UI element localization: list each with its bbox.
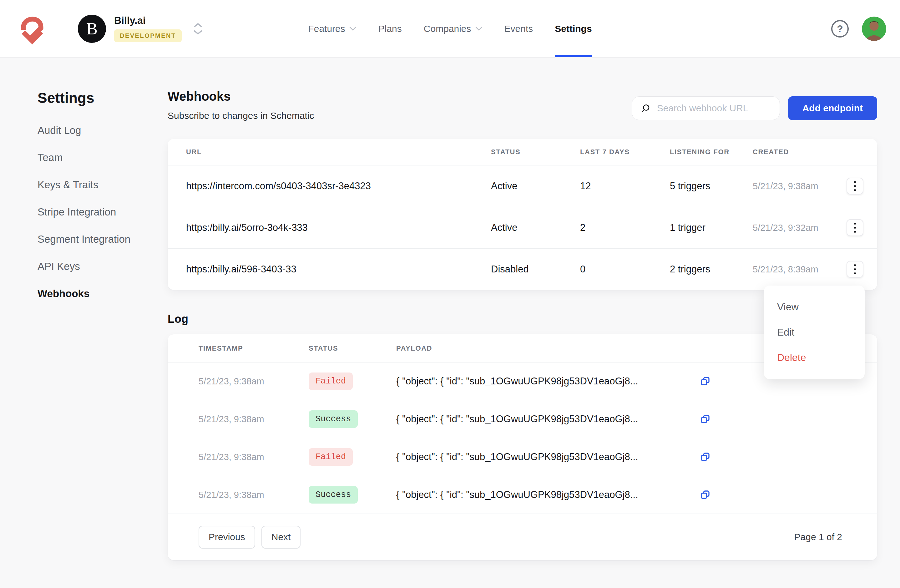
status-badge: Success [309, 486, 358, 504]
row-actions-button[interactable] [847, 219, 863, 236]
copy-icon [700, 451, 711, 462]
webhook-search[interactable] [632, 96, 780, 120]
sidebar-item-keys-traits[interactable]: Keys & Traits [37, 179, 168, 191]
next-button[interactable]: Next [261, 526, 301, 549]
schematic-logo-icon[interactable] [17, 12, 48, 45]
sidebar-item-audit-log[interactable]: Audit Log [37, 124, 168, 137]
nav-item-label: Settings [555, 23, 592, 34]
copy-icon [700, 375, 711, 387]
row-context-menu: View Edit Delete [764, 285, 865, 379]
column-header-last-7-days: LAST 7 DAYS [580, 148, 670, 156]
chevron-down-icon [350, 26, 357, 31]
search-icon [641, 103, 651, 113]
webhooks-table-header: URL STATUS LAST 7 DAYS LISTENING FOR CRE… [168, 139, 877, 165]
webhook-url-cell: https://intercom.com/s0403-3403sr-3e4323 [186, 180, 491, 192]
status-badge: Failed [309, 448, 353, 466]
nav-item-companies[interactable]: Companies [424, 0, 483, 57]
status-badge: Failed [309, 372, 353, 390]
sidebar-item-webhooks[interactable]: Webhooks [37, 288, 168, 299]
nav-item-label: Plans [379, 23, 402, 34]
add-endpoint-button[interactable]: Add endpoint [788, 96, 877, 120]
webhook-listening-cell: 2 triggers [670, 264, 753, 275]
org-switcher-chevrons[interactable] [194, 23, 202, 35]
copy-payload-button[interactable] [700, 489, 711, 500]
log-payload-cell: { "object": { "id": "sub_1OGwuUGPK98jg53… [396, 489, 700, 500]
column-header-log-status: STATUS [309, 344, 396, 352]
sidebar-item-api-keys[interactable]: API Keys [37, 261, 168, 272]
org-name: Billy.ai [114, 15, 182, 26]
header-divider [62, 14, 62, 43]
copy-payload-button[interactable] [700, 451, 711, 462]
nav-item-settings[interactable]: Settings [555, 0, 592, 57]
webhook-url-cell: https:/billy.ai/5orro-3o4k-333 [186, 222, 491, 233]
webhook-row: https://intercom.com/s0403-3403sr-3e4323… [168, 165, 877, 207]
sidebar-title: Settings [37, 90, 168, 106]
main-head-left: Webhooks Subscribe to changes in Schemat… [168, 90, 314, 121]
main-head-right: Add endpoint [632, 96, 877, 120]
context-menu-item-delete[interactable]: Delete [764, 345, 865, 370]
column-header-created: CREATED [753, 148, 847, 156]
column-header-status: STATUS [491, 148, 580, 156]
main-nav: Features Plans Companies Events Settings [308, 0, 592, 57]
sidebar-item-team[interactable]: Team [37, 152, 168, 164]
webhook-row: https:/billy.ai/596-3403-33 Disabled 0 2… [168, 248, 877, 290]
chevron-down-icon [476, 26, 483, 31]
user-avatar[interactable] [862, 17, 886, 41]
user-photo [862, 17, 886, 41]
org-switcher[interactable]: B Billy.ai DEVELOPMENT [78, 15, 202, 43]
sidebar-item-stripe-integration[interactable]: Stripe Integration [37, 206, 168, 218]
nav-item-events[interactable]: Events [504, 0, 533, 57]
chevron-up-icon [194, 23, 202, 28]
copy-icon [700, 489, 711, 500]
webhook-last7-cell: 2 [580, 222, 670, 233]
nav-item-label: Events [504, 23, 533, 34]
kebab-icon [854, 264, 856, 274]
webhook-created-cell: 5/21/23, 9:32am [753, 223, 847, 233]
log-row: 5/21/23, 9:38am Failed { "object": { "id… [168, 438, 877, 476]
webhook-listening-cell: 1 trigger [670, 222, 753, 233]
column-header-timestamp: TIMESTAMP [199, 344, 309, 352]
context-menu-item-edit[interactable]: Edit [764, 320, 865, 345]
row-actions-button[interactable] [847, 261, 863, 278]
top-header: B Billy.ai DEVELOPMENT Features Plans Co… [0, 0, 900, 57]
log-timestamp-cell: 5/21/23, 9:38am [199, 490, 309, 500]
settings-sidebar: Settings Audit Log Team Keys & Traits St… [37, 90, 168, 560]
kebab-icon [854, 181, 856, 191]
previous-button[interactable]: Previous [199, 526, 255, 549]
question-icon: ? [837, 24, 843, 34]
nav-item-plans[interactable]: Plans [379, 0, 402, 57]
help-button[interactable]: ? [831, 20, 849, 37]
sidebar-item-segment-integration[interactable]: Segment Integration [37, 233, 168, 245]
webhook-status-cell: Active [491, 222, 580, 233]
column-header-url: URL [186, 148, 491, 156]
log-pagination: Previous Next Page 1 of 2 [168, 514, 877, 560]
copy-payload-button[interactable] [700, 413, 711, 425]
environment-badge: DEVELOPMENT [114, 29, 182, 42]
webhook-status-cell: Active [491, 180, 580, 192]
webhooks-table: URL STATUS LAST 7 DAYS LISTENING FOR CRE… [168, 139, 877, 290]
page-indicator: Page 1 of 2 [794, 532, 842, 542]
webhook-url-cell: https:/billy.ai/596-3403-33 [186, 264, 491, 275]
webhook-created-cell: 5/21/23, 9:38am [753, 181, 847, 191]
context-menu-item-view[interactable]: View [764, 294, 865, 320]
log-timestamp-cell: 5/21/23, 9:38am [199, 414, 309, 424]
log-row: 5/21/23, 9:38am Success { "object": { "i… [168, 476, 877, 514]
status-badge: Success [309, 410, 358, 428]
row-actions-button[interactable] [847, 178, 863, 194]
nav-item-features[interactable]: Features [308, 0, 356, 57]
main-head: Webhooks Subscribe to changes in Schemat… [168, 90, 877, 121]
nav-item-label: Companies [424, 23, 471, 34]
webhook-last7-cell: 0 [580, 264, 670, 275]
org-avatar: B [78, 15, 106, 43]
search-input[interactable] [656, 102, 772, 114]
kebab-icon [854, 223, 856, 233]
webhook-created-cell: 5/21/23, 8:39am [753, 264, 847, 275]
page-title: Webhooks [168, 90, 314, 104]
copy-payload-button[interactable] [700, 375, 711, 387]
copy-icon [700, 413, 711, 425]
log-row: 5/21/23, 9:38am Success { "object": { "i… [168, 400, 877, 438]
log-timestamp-cell: 5/21/23, 9:38am [199, 376, 309, 386]
log-payload-cell: { "object": { "id": "sub_1OGwuUGPK98jg53… [396, 375, 700, 387]
app-root: B Billy.ai DEVELOPMENT Features Plans Co… [0, 0, 900, 588]
log-payload-cell: { "object": { "id": "sub_1OGwuUGPK98jg53… [396, 451, 700, 462]
